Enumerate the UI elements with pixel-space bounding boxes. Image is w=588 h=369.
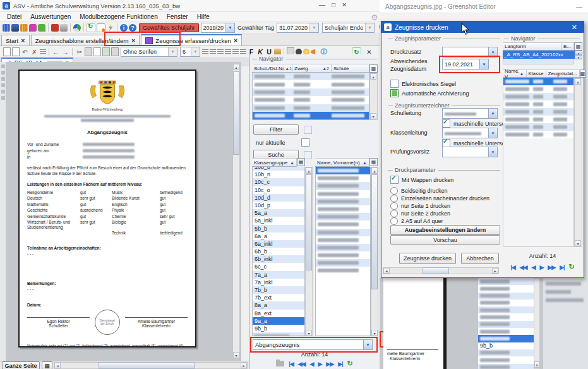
menu-item[interactable]: Fenster [162, 13, 193, 20]
tab-close-icon[interactable]: ✕ [21, 38, 25, 44]
chevron-down-icon[interactable]: ▼ [363, 340, 372, 349]
scroll-down-icon[interactable]: ▾ [371, 330, 378, 336]
chevron-down-icon[interactable]: ▼ [488, 128, 497, 138]
class-group-item[interactable] [253, 332, 304, 336]
klassenleitung-select[interactable]: ▼ [442, 128, 498, 138]
table-config-icon[interactable]: ▦ [369, 158, 378, 166]
chevron-down-icon[interactable]: ▼ [488, 47, 497, 57]
dialog-student-row[interactable] [503, 100, 573, 108]
class-group-item[interactable]: 10b_n [253, 171, 304, 178]
student-name-item[interactable] [316, 244, 370, 251]
main-tab[interactable]: Start ✕ [1, 35, 30, 45]
template-icon[interactable] [111, 47, 119, 56]
name-column-header[interactable]: Name, V...▲ [503, 70, 527, 78]
preview-button[interactable]: Vorschau [390, 235, 500, 245]
last-record-icon[interactable]: ▶| [560, 264, 564, 270]
menu-item[interactable]: Auswertungen [26, 13, 75, 20]
cancel-button[interactable]: Abbrechen [461, 253, 499, 264]
names-list-scrollbar[interactable]: ▴ ▾ [371, 167, 378, 336]
class-group-item[interactable]: 6b_b [253, 248, 304, 255]
scroll-down-icon[interactable]: ▾ [306, 330, 312, 336]
druckzusatz-select[interactable]: ▼ [442, 47, 498, 57]
table-config-icon[interactable]: ▦ [580, 70, 586, 78]
next-record-icon[interactable]: ▶ [318, 361, 321, 367]
chevron-down-icon[interactable]: ▼ [225, 23, 234, 32]
electronic-seal-checkbox[interactable] [390, 80, 399, 88]
font-size-select[interactable]: 6 ▼ [180, 47, 200, 57]
class-group-item[interactable]: 5a_inkl [253, 217, 304, 224]
class-group-item[interactable]: 5b_b [253, 225, 304, 233]
school-row[interactable] [253, 104, 369, 112]
dialog-table-scrollbar[interactable]: ▴ ▾ [574, 78, 582, 247]
scroll-right-icon[interactable]: ▸ [241, 363, 247, 368]
print-crest-checkbox[interactable] [390, 176, 399, 184]
dialog-student-row[interactable] [503, 123, 573, 131]
table-config-icon[interactable]: ▦ [297, 158, 305, 166]
align-justify-icon[interactable] [225, 49, 231, 55]
last-record-icon[interactable]: ▶| [338, 361, 342, 367]
undo-icon[interactable]: ↶ [21, 48, 29, 56]
main-tab[interactable]: Zeugnisse erfassen/drucken ✕ [141, 34, 242, 45]
class-group-item[interactable]: 7a_a [253, 271, 304, 279]
main-tab[interactable]: Zeugnisschablone erstellen/ändern ✕ [31, 35, 140, 45]
student-name-item[interactable] [316, 174, 370, 182]
langform-spinner[interactable]: ▴▾ [575, 51, 582, 59]
tab-close-icon[interactable]: ✕ [131, 38, 136, 44]
chat-magenta-icon[interactable] [29, 24, 37, 32]
school-row[interactable] [253, 80, 369, 88]
dialog-titlebar[interactable]: a Zeugnisse drucken ✕ [381, 21, 584, 33]
table-icon[interactable] [40, 49, 46, 55]
scroll-up-icon[interactable]: ▴ [233, 64, 239, 70]
refresh-icon[interactable]: ↻ [347, 360, 353, 368]
print-mode-radio[interactable]: nur Seite 2 drucken [390, 210, 489, 217]
maximize-icon[interactable]: □ [332, 1, 335, 8]
student-name-item[interactable] [316, 182, 370, 190]
selected-schoolyear-button[interactable]: Gewähltes Schuljahr [139, 23, 199, 32]
classes-icon[interactable] [11, 24, 19, 32]
column-header[interactable]: Schul-/Dst.Nr.▲1 [252, 64, 292, 73]
refresh-icon[interactable]: ↻ [569, 263, 575, 271]
student-name-item[interactable] [316, 251, 370, 259]
info-icon[interactable]: i [120, 24, 128, 32]
b-column-header[interactable]: B... [561, 42, 574, 51]
class-group-item[interactable]: 6c_c [253, 263, 304, 270]
scroll-left-icon[interactable]: ◂ [54, 363, 61, 368]
paste-icon[interactable] [93, 47, 101, 56]
names-header[interactable]: Name, Vorname(n)▲ [315, 158, 369, 167]
menu-item[interactable]: Datei [3, 13, 26, 20]
student-name-item[interactable] [316, 221, 370, 228]
dialog-student-row[interactable] [503, 116, 573, 123]
class-group-header[interactable]: Klassengruppe▲ [252, 158, 297, 167]
align-right-icon[interactable] [217, 49, 224, 55]
output-settings-button[interactable]: Ausgabeeinstellungen ändern [390, 225, 500, 235]
class-group-item[interactable]: 8a_ext [253, 310, 304, 317]
class-group-item[interactable]: 8a_a [253, 301, 304, 309]
full-page-button[interactable]: Ganze Seite [2, 361, 40, 369]
save-document-icon[interactable] [12, 47, 20, 56]
chevron-down-icon[interactable]: ▼ [479, 59, 488, 69]
scroll-up-icon[interactable]: ▴ [370, 73, 376, 80]
school-row[interactable] [253, 73, 369, 80]
fast-forward-icon[interactable]: ▶▶ [326, 361, 333, 367]
print-mode-radio[interactable]: 2 A5 auf A4 quer [390, 217, 489, 224]
align-center-icon[interactable] [210, 49, 216, 55]
column-header[interactable]: Zweig▲2 [292, 64, 332, 73]
day-select[interactable]: 31.07.2020 ▼ [277, 23, 319, 33]
arrow-left-icon[interactable]: ← [52, 48, 60, 56]
student-name-item[interactable] [316, 213, 370, 221]
class-group-item[interactable]: 7b_b [253, 286, 304, 294]
table-config-icon[interactable]: ▦ [369, 64, 378, 73]
fast-back-icon[interactable]: ◀◀ [298, 361, 306, 367]
scroll-up-icon[interactable]: ▴ [575, 78, 581, 85]
copy-icon[interactable] [85, 47, 92, 56]
font-select[interactable]: Ohne Serifen ▼ [121, 47, 177, 57]
school-row[interactable] [253, 112, 369, 119]
fast-forward-icon[interactable]: ▶▶ [548, 264, 555, 270]
class-group-item[interactable]: 7a_inkl [253, 279, 304, 286]
help-icon[interactable]: ? [129, 24, 136, 32]
zeugnisdatum-column-header[interactable]: Zeugnisdat... [546, 70, 580, 78]
class-group-item[interactable]: 10d_p [253, 202, 304, 209]
print-mode-radio[interactable]: Beidseitig drucken [390, 187, 489, 194]
filter-checkbox[interactable] [304, 126, 312, 134]
cut-icon[interactable]: ✂ [75, 48, 83, 56]
